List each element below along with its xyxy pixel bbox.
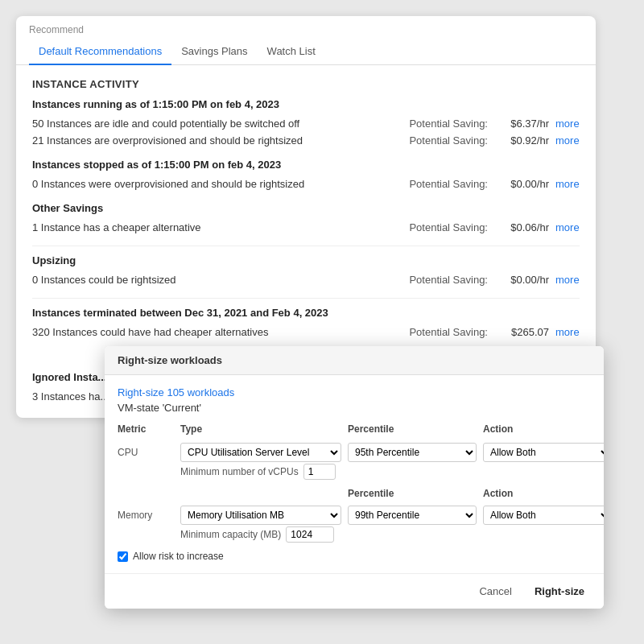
cpu-metric-label: CPU <box>118 447 174 458</box>
memory-action-select[interactable]: Allow Both <box>483 506 604 525</box>
divider <box>32 298 580 299</box>
saving-label: Potential Saving: <box>409 118 488 130</box>
saving-amount: $265.07 <box>493 326 549 338</box>
memory-type-select[interactable]: Memory Utilisation MB <box>180 506 341 525</box>
allow-risk-label: Allow risk to increase <box>133 551 224 562</box>
memory-percentile-header: Percentile <box>348 488 477 502</box>
terminated-block: Instances terminated between Dec 31, 202… <box>32 307 580 341</box>
saving-amount: $0.92/hr <box>493 134 549 147</box>
vm-state-value: 'Current' <box>163 402 201 414</box>
divider <box>32 246 580 246</box>
cpu-action-select[interactable]: Allow Both <box>483 443 604 462</box>
memory-action-header: Action <box>483 488 604 502</box>
tabs: Default Recommendations Savings Plans Wa… <box>16 39 596 65</box>
memory-min-input[interactable] <box>286 526 334 543</box>
memory-percentile-select[interactable]: 99th Percentile <box>348 506 477 525</box>
cpu-type-select[interactable]: CPU Utilisation Server Level <box>180 443 341 462</box>
upsizing-block: Upsizing 0 Instances could be rightsized… <box>32 254 580 288</box>
modal-body: Right-size 105 workloads VM-state 'Curre… <box>105 375 604 573</box>
saving-label: Potential Saving: <box>409 274 488 286</box>
panel-content: INSTANCE ACTIVITY Instances running as o… <box>16 65 596 363</box>
vm-state-label: VM-state <box>118 402 159 414</box>
more-link[interactable]: more <box>555 221 580 233</box>
more-link[interactable]: more <box>555 134 580 147</box>
table-row: 320 Instances could have had cheaper alt… <box>32 324 580 341</box>
header-action: Action <box>483 423 604 438</box>
row-label: 50 Instances are idle and could potentia… <box>32 118 409 130</box>
more-link[interactable]: more <box>555 326 580 338</box>
cpu-min-input[interactable] <box>303 464 336 480</box>
allow-risk-checkbox[interactable] <box>118 551 128 562</box>
running-header: Instances running as of 1:15:00 PM on fe… <box>32 98 580 110</box>
tab-default-recommendations[interactable]: Default Recommendations <box>29 39 171 65</box>
table-row: 50 Instances are idle and could potentia… <box>32 115 580 132</box>
saving-label: Potential Saving: <box>409 178 488 190</box>
row-label: 0 Instances were overprovisioned and sho… <box>32 178 409 190</box>
saving-label: Potential Saving: <box>409 134 488 147</box>
instance-activity-title: INSTANCE ACTIVITY <box>32 78 580 90</box>
stopped-block: Instances stopped as of 1:15:00 PM on fe… <box>32 159 580 192</box>
cpu-min-row: Minimum number of vCPUs <box>180 464 591 480</box>
table-row: 0 Instances could be rightsized Potentia… <box>32 271 580 288</box>
allow-risk-row: Allow risk to increase <box>118 551 591 562</box>
tab-savings-plans[interactable]: Savings Plans <box>171 39 257 65</box>
header-type: Type <box>180 423 341 438</box>
panel-title: Recommend <box>16 16 596 39</box>
right-size-button[interactable]: Right-size <box>528 582 591 601</box>
other-header: Other Savings <box>32 202 580 214</box>
memory-metric-label: Memory <box>118 510 174 521</box>
memory-min-label: Minimum capacity (MB) <box>180 529 281 540</box>
vm-state: VM-state 'Current' <box>118 402 591 414</box>
more-link[interactable]: more <box>555 274 580 286</box>
more-link[interactable]: more <box>555 118 580 130</box>
saving-amount: $0.00/hr <box>493 178 549 190</box>
modal-footer: Cancel Right-size <box>105 573 604 609</box>
cpu-percentile-select[interactable]: 95th Percentile <box>348 443 477 462</box>
cpu-min-label: Minimum number of vCPUs <box>180 466 299 477</box>
saving-amount: $6.37/hr <box>493 118 549 130</box>
memory-min-row: Minimum capacity (MB) <box>180 526 591 543</box>
right-size-link[interactable]: Right-size 105 workloads <box>118 386 591 398</box>
table-row: 21 Instances are overprovisioned and sho… <box>32 132 580 149</box>
cancel-button[interactable]: Cancel <box>473 582 518 601</box>
row-label: 21 Instances are overprovisioned and sho… <box>32 134 409 147</box>
stopped-header: Instances stopped as of 1:15:00 PM on fe… <box>32 159 580 171</box>
saving-amount: $0.06/hr <box>493 221 549 233</box>
other-savings-block: Other Savings 1 Instance has a cheaper a… <box>32 202 580 236</box>
row-label: 1 Instance has a cheaper alternative <box>32 221 409 233</box>
right-size-modal: Right-size workloads Right-size 105 work… <box>105 346 604 609</box>
table-row: 1 Instance has a cheaper alternative Pot… <box>32 219 580 236</box>
upsizing-header: Upsizing <box>32 254 580 266</box>
saving-label: Potential Saving: <box>409 326 488 338</box>
running-block: Instances running as of 1:15:00 PM on fe… <box>32 98 580 149</box>
more-link[interactable]: more <box>555 178 580 190</box>
header-metric: Metric <box>118 423 174 438</box>
modal-header: Right-size workloads <box>105 346 604 375</box>
terminated-header: Instances terminated between Dec 31, 202… <box>32 307 580 319</box>
tab-watch-list[interactable]: Watch List <box>258 39 325 65</box>
saving-label: Potential Saving: <box>409 221 488 233</box>
table-row: 0 Instances were overprovisioned and sho… <box>32 175 580 192</box>
row-label: 320 Instances could have had cheaper alt… <box>32 326 409 338</box>
row-label: 0 Instances could be rightsized <box>32 274 409 286</box>
header-percentile: Percentile <box>348 423 477 438</box>
saving-amount: $0.00/hr <box>493 274 549 286</box>
